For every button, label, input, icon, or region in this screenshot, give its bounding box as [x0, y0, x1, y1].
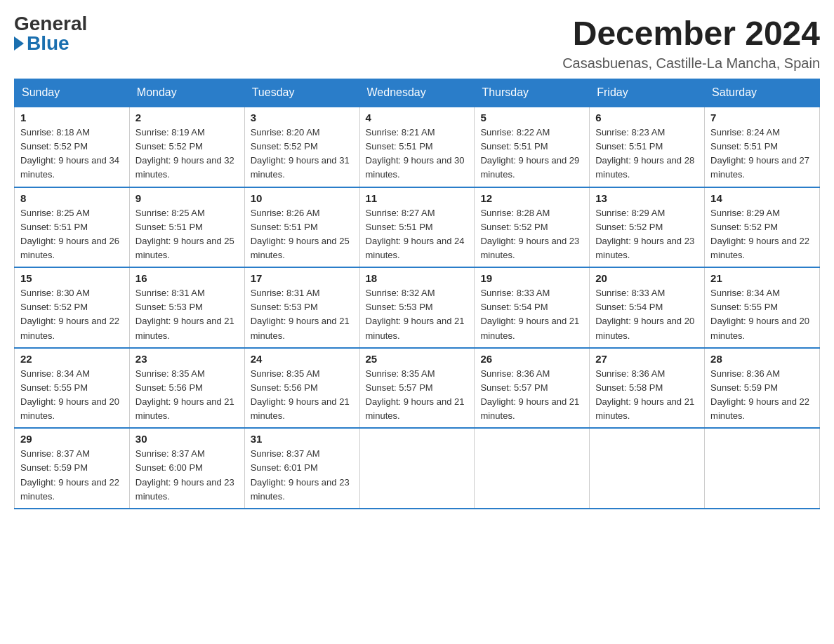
calendar-cell: 12 Sunrise: 8:28 AMSunset: 5:52 PMDaylig… [475, 187, 590, 268]
header-wednesday: Wednesday [359, 79, 475, 107]
day-number: 30 [135, 433, 239, 445]
calendar-cell: 19 Sunrise: 8:33 AMSunset: 5:54 PMDaylig… [475, 267, 590, 348]
day-number: 25 [366, 353, 469, 365]
week-row-5: 29 Sunrise: 8:37 AMSunset: 5:59 PMDaylig… [15, 428, 820, 509]
day-info: Sunrise: 8:18 AMSunset: 5:52 PMDaylight:… [20, 127, 119, 180]
day-info: Sunrise: 8:33 AMSunset: 5:54 PMDaylight:… [480, 288, 579, 340]
day-number: 5 [480, 112, 583, 123]
header-saturday: Saturday [705, 79, 820, 107]
day-info: Sunrise: 8:24 AMSunset: 5:51 PMDaylight:… [710, 127, 809, 180]
month-title: December 2024 [562, 14, 820, 53]
calendar-cell: 29 Sunrise: 8:37 AMSunset: 5:59 PMDaylig… [15, 428, 130, 509]
day-number: 24 [251, 353, 354, 365]
day-number: 13 [595, 192, 699, 204]
title-area: December 2024 Casasbuenas, Castille-La M… [562, 14, 820, 72]
day-info: Sunrise: 8:35 AMSunset: 5:56 PMDaylight:… [135, 368, 234, 421]
day-number: 20 [595, 272, 699, 284]
day-info: Sunrise: 8:35 AMSunset: 5:56 PMDaylight:… [251, 368, 350, 421]
day-info: Sunrise: 8:31 AMSunset: 5:53 PMDaylight:… [135, 288, 234, 340]
day-number: 10 [251, 192, 354, 204]
calendar-cell: 14 Sunrise: 8:29 AMSunset: 5:52 PMDaylig… [705, 187, 820, 268]
header-tuesday: Tuesday [244, 79, 359, 107]
day-number: 27 [595, 353, 699, 365]
day-number: 3 [251, 112, 354, 123]
location-title: Casasbuenas, Castille-La Mancha, Spain [562, 55, 820, 72]
calendar-cell: 15 Sunrise: 8:30 AMSunset: 5:52 PMDaylig… [15, 267, 130, 348]
day-info: Sunrise: 8:21 AMSunset: 5:51 PMDaylight:… [366, 127, 465, 180]
day-number: 19 [480, 272, 583, 284]
day-number: 16 [135, 272, 239, 284]
day-info: Sunrise: 8:29 AMSunset: 5:52 PMDaylight:… [595, 208, 694, 260]
calendar-cell: 11 Sunrise: 8:27 AMSunset: 5:51 PMDaylig… [359, 187, 475, 268]
day-info: Sunrise: 8:36 AMSunset: 5:57 PMDaylight:… [480, 368, 579, 421]
calendar-cell: 20 Sunrise: 8:33 AMSunset: 5:54 PMDaylig… [590, 267, 705, 348]
header-friday: Friday [590, 79, 705, 107]
calendar-cell: 27 Sunrise: 8:36 AMSunset: 5:58 PMDaylig… [590, 348, 705, 429]
calendar-cell [705, 428, 820, 509]
day-info: Sunrise: 8:37 AMSunset: 5:59 PMDaylight:… [20, 448, 119, 501]
header-monday: Monday [129, 79, 244, 107]
day-number: 14 [710, 192, 814, 204]
calendar-cell: 28 Sunrise: 8:36 AMSunset: 5:59 PMDaylig… [705, 348, 820, 429]
calendar-cell: 3 Sunrise: 8:20 AMSunset: 5:52 PMDayligh… [244, 107, 359, 187]
calendar-cell: 21 Sunrise: 8:34 AMSunset: 5:55 PMDaylig… [705, 267, 820, 348]
calendar-cell: 26 Sunrise: 8:36 AMSunset: 5:57 PMDaylig… [475, 348, 590, 429]
logo-blue-text: Blue [14, 34, 70, 53]
week-row-2: 8 Sunrise: 8:25 AMSunset: 5:51 PMDayligh… [15, 187, 820, 268]
calendar-table: Sunday Monday Tuesday Wednesday Thursday… [14, 79, 820, 509]
week-row-4: 22 Sunrise: 8:34 AMSunset: 5:55 PMDaylig… [15, 348, 820, 429]
day-info: Sunrise: 8:28 AMSunset: 5:52 PMDaylight:… [480, 208, 579, 260]
day-info: Sunrise: 8:31 AMSunset: 5:53 PMDaylight:… [251, 288, 350, 340]
day-number: 1 [20, 112, 124, 123]
calendar-cell: 1 Sunrise: 8:18 AMSunset: 5:52 PMDayligh… [15, 107, 130, 187]
day-number: 21 [710, 272, 814, 284]
calendar-cell [359, 428, 475, 509]
weekday-header-row: Sunday Monday Tuesday Wednesday Thursday… [15, 79, 820, 107]
day-info: Sunrise: 8:37 AMSunset: 6:01 PMDaylight:… [251, 448, 350, 501]
week-row-1: 1 Sunrise: 8:18 AMSunset: 5:52 PMDayligh… [15, 107, 820, 187]
day-info: Sunrise: 8:37 AMSunset: 6:00 PMDaylight:… [135, 448, 234, 501]
week-row-3: 15 Sunrise: 8:30 AMSunset: 5:52 PMDaylig… [15, 267, 820, 348]
day-info: Sunrise: 8:36 AMSunset: 5:59 PMDaylight:… [710, 368, 809, 421]
logo-general-text: General [14, 14, 87, 34]
day-info: Sunrise: 8:35 AMSunset: 5:57 PMDaylight:… [366, 368, 465, 421]
calendar-cell: 2 Sunrise: 8:19 AMSunset: 5:52 PMDayligh… [129, 107, 244, 187]
day-number: 6 [595, 112, 699, 123]
header-sunday: Sunday [15, 79, 130, 107]
day-number: 4 [366, 112, 469, 123]
calendar-cell: 23 Sunrise: 8:35 AMSunset: 5:56 PMDaylig… [129, 348, 244, 429]
calendar-cell: 5 Sunrise: 8:22 AMSunset: 5:51 PMDayligh… [475, 107, 590, 187]
page-header: General Blue December 2024 Casasbuenas, … [14, 14, 820, 72]
day-info: Sunrise: 8:30 AMSunset: 5:52 PMDaylight:… [20, 288, 119, 340]
day-number: 9 [135, 192, 239, 204]
day-info: Sunrise: 8:22 AMSunset: 5:51 PMDaylight:… [480, 127, 579, 180]
logo-arrow-icon [14, 36, 24, 51]
day-info: Sunrise: 8:33 AMSunset: 5:54 PMDaylight:… [595, 288, 694, 340]
calendar-cell: 13 Sunrise: 8:29 AMSunset: 5:52 PMDaylig… [590, 187, 705, 268]
calendar-cell: 30 Sunrise: 8:37 AMSunset: 6:00 PMDaylig… [129, 428, 244, 509]
day-number: 11 [366, 192, 469, 204]
calendar-cell: 31 Sunrise: 8:37 AMSunset: 6:01 PMDaylig… [244, 428, 359, 509]
header-thursday: Thursday [475, 79, 590, 107]
calendar-cell: 22 Sunrise: 8:34 AMSunset: 5:55 PMDaylig… [15, 348, 130, 429]
day-info: Sunrise: 8:26 AMSunset: 5:51 PMDaylight:… [251, 208, 350, 260]
calendar-cell: 18 Sunrise: 8:32 AMSunset: 5:53 PMDaylig… [359, 267, 475, 348]
day-info: Sunrise: 8:32 AMSunset: 5:53 PMDaylight:… [366, 288, 465, 340]
day-number: 7 [710, 112, 814, 123]
calendar-cell: 24 Sunrise: 8:35 AMSunset: 5:56 PMDaylig… [244, 348, 359, 429]
calendar-cell: 16 Sunrise: 8:31 AMSunset: 5:53 PMDaylig… [129, 267, 244, 348]
day-info: Sunrise: 8:23 AMSunset: 5:51 PMDaylight:… [595, 127, 694, 180]
calendar-cell: 17 Sunrise: 8:31 AMSunset: 5:53 PMDaylig… [244, 267, 359, 348]
day-info: Sunrise: 8:29 AMSunset: 5:52 PMDaylight:… [710, 208, 809, 260]
day-number: 15 [20, 272, 124, 284]
day-info: Sunrise: 8:34 AMSunset: 5:55 PMDaylight:… [20, 368, 119, 421]
calendar-cell: 6 Sunrise: 8:23 AMSunset: 5:51 PMDayligh… [590, 107, 705, 187]
day-info: Sunrise: 8:27 AMSunset: 5:51 PMDaylight:… [366, 208, 465, 260]
day-number: 28 [710, 353, 814, 365]
day-number: 12 [480, 192, 583, 204]
day-number: 22 [20, 353, 124, 365]
logo: General Blue [14, 14, 87, 53]
calendar-cell: 8 Sunrise: 8:25 AMSunset: 5:51 PMDayligh… [15, 187, 130, 268]
day-info: Sunrise: 8:34 AMSunset: 5:55 PMDaylight:… [710, 288, 809, 340]
calendar-cell: 10 Sunrise: 8:26 AMSunset: 5:51 PMDaylig… [244, 187, 359, 268]
